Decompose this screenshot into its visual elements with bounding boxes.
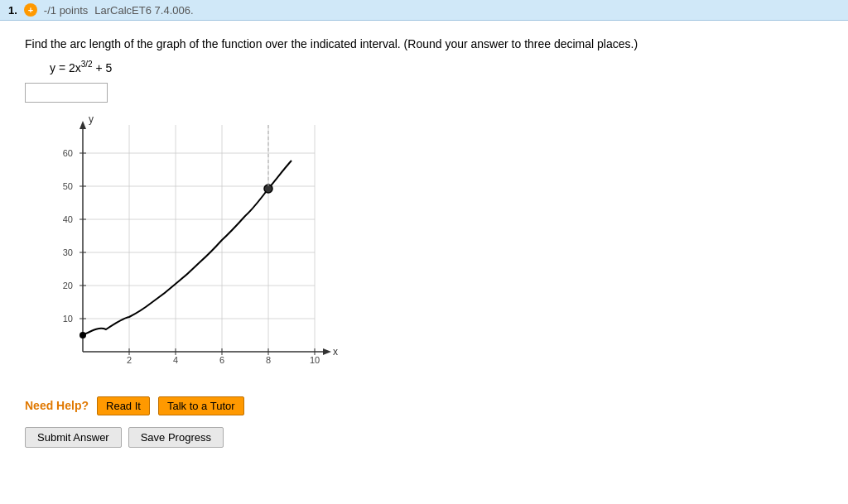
top-bar: 1. + -/1 points LarCalcET6 7.4.006.	[0, 0, 848, 21]
need-help-row: Need Help? Read It Talk to a Tutor	[25, 396, 823, 415]
points-icon: +	[24, 3, 37, 17]
eq-superscript: 3/2	[81, 60, 93, 69]
y-axis-label: y	[89, 113, 94, 125]
y-tick-20: 20	[63, 281, 73, 290]
submit-answer-button[interactable]: Submit Answer	[25, 427, 122, 448]
y-axis-arrow	[80, 121, 86, 129]
x-axis-arrow	[323, 348, 331, 355]
points-text: -/1 points	[44, 4, 88, 17]
graph-svg: 10 20 30 40 50 60 2 4 6	[41, 113, 340, 377]
y-tick-60: 60	[63, 148, 73, 158]
eq-prefix: y = 2x	[50, 61, 81, 74]
statement-text: Find the arc length of the graph of the …	[25, 37, 638, 50]
action-row: Submit Answer Save Progress	[25, 427, 823, 448]
x-tick-10: 10	[310, 355, 320, 365]
curve-path	[83, 161, 292, 335]
problem-statement: Find the arc length of the graph of the …	[25, 36, 823, 53]
y-tick-40: 40	[63, 214, 73, 224]
answer-input[interactable]	[25, 83, 108, 103]
save-progress-button[interactable]: Save Progress	[128, 427, 224, 448]
y-tick-30: 30	[63, 247, 73, 257]
x-tick-6: 6	[219, 355, 224, 365]
question-number: 1.	[8, 4, 17, 17]
x-tick-8: 8	[266, 355, 271, 365]
x-tick-4: 4	[173, 355, 178, 365]
need-help-label: Need Help?	[25, 399, 89, 412]
y-tick-10: 10	[63, 314, 73, 324]
equation: y = 2x3/2 + 5	[50, 60, 823, 74]
x-axis-label: x	[333, 346, 338, 358]
eq-suffix: + 5	[93, 61, 113, 74]
talk-to-tutor-button[interactable]: Talk to a Tutor	[158, 396, 244, 415]
x-tick-2: 2	[127, 355, 132, 365]
y-tick-50: 50	[63, 181, 73, 191]
course-code: LarCalcET6 7.4.006.	[94, 4, 193, 17]
read-it-button[interactable]: Read It	[97, 396, 150, 415]
graph-container: 10 20 30 40 50 60 2 4 6	[41, 113, 340, 377]
content-area: Find the arc length of the graph of the …	[0, 21, 848, 464]
curve-start-point	[80, 332, 86, 338]
